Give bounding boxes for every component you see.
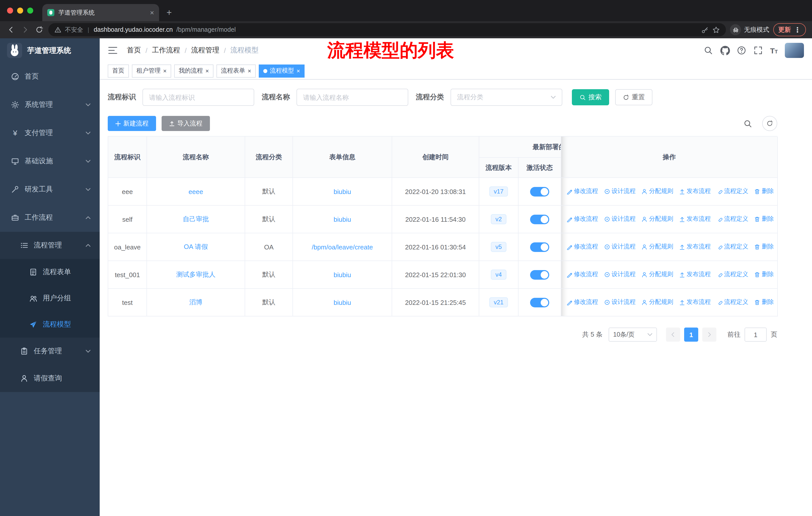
- action-assign-rule[interactable]: 分配规则: [642, 243, 673, 251]
- process-category-select[interactable]: 流程分类: [451, 89, 562, 106]
- process-name-link[interactable]: eeee: [188, 188, 203, 195]
- sidebar-item-process-form[interactable]: 流程表单: [0, 259, 100, 285]
- tag-tenant-management[interactable]: 租户管理×: [132, 64, 171, 77]
- toggle-search-icon[interactable]: [740, 116, 755, 131]
- back-button[interactable]: [6, 25, 16, 35]
- action-edit-process[interactable]: 修改流程: [566, 187, 598, 196]
- action-edit-process[interactable]: 修改流程: [566, 215, 598, 223]
- form-info-link[interactable]: biubiu: [334, 215, 351, 223]
- browser-menu-icon[interactable]: ⋮: [794, 26, 801, 34]
- bookmark-star-icon[interactable]: [712, 26, 720, 33]
- active-toggle[interactable]: [530, 187, 549, 196]
- browser-update-button[interactable]: 更新 ⋮: [773, 23, 806, 36]
- new-tab-button[interactable]: +: [162, 5, 176, 20]
- action-process-definition[interactable]: 流程定义: [717, 187, 748, 196]
- search-icon[interactable]: [703, 46, 713, 55]
- sidebar-item-workflow[interactable]: 工作流程: [0, 203, 100, 232]
- reload-button[interactable]: [34, 25, 44, 35]
- sidebar-item-process-management[interactable]: 流程管理: [0, 232, 100, 259]
- action-assign-rule[interactable]: 分配规则: [642, 298, 673, 307]
- import-process-button[interactable]: 导入流程: [162, 116, 210, 131]
- process-name-input[interactable]: [296, 89, 408, 106]
- help-icon[interactable]: [737, 46, 746, 55]
- process-id-input[interactable]: [142, 89, 254, 106]
- action-publish-process[interactable]: 发布流程: [679, 187, 711, 196]
- action-assign-rule[interactable]: 分配规则: [642, 187, 673, 196]
- address-bar[interactable]: 不安全 | dashboard.yudao.iocoder.cn /bpm/ma…: [48, 23, 726, 36]
- action-delete[interactable]: 删除: [754, 187, 774, 196]
- breadcrumb-item-process-management[interactable]: 流程管理: [191, 46, 220, 55]
- action-delete[interactable]: 删除: [754, 243, 774, 251]
- password-key-icon[interactable]: [701, 26, 709, 33]
- sidebar-item-infrastructure[interactable]: 基础设施: [0, 147, 100, 175]
- sidebar-item-payment[interactable]: ¥ 支付管理: [0, 119, 100, 147]
- action-design-process[interactable]: 设计流程: [604, 298, 636, 307]
- action-assign-rule[interactable]: 分配规则: [642, 215, 673, 223]
- action-assign-rule[interactable]: 分配规则: [642, 270, 673, 279]
- sidebar-item-user-group[interactable]: 用户分组: [0, 285, 100, 311]
- minimize-window-button[interactable]: [17, 7, 23, 13]
- action-publish-process[interactable]: 发布流程: [679, 298, 711, 307]
- browser-tab[interactable]: 芋道管理系统 ×: [42, 4, 159, 21]
- active-toggle[interactable]: [530, 214, 549, 224]
- form-info-link[interactable]: biubiu: [334, 299, 351, 306]
- action-process-definition[interactable]: 流程定义: [717, 215, 748, 223]
- user-avatar[interactable]: [785, 43, 804, 58]
- sidebar-item-task-management[interactable]: 任务管理: [0, 337, 100, 365]
- action-publish-process[interactable]: 发布流程: [679, 215, 711, 223]
- refresh-button[interactable]: [762, 116, 777, 131]
- prev-page-button[interactable]: [666, 328, 680, 342]
- next-page-button[interactable]: [702, 328, 716, 342]
- sidebar-toggle-icon[interactable]: [108, 45, 118, 55]
- tag-close-icon[interactable]: ×: [205, 68, 209, 74]
- tag-process-model[interactable]: 流程模型×: [259, 64, 304, 77]
- breadcrumb-item-workflow[interactable]: 工作流程: [152, 46, 180, 55]
- sidebar-item-dev-tools[interactable]: 研发工具: [0, 175, 100, 203]
- tab-close-icon[interactable]: ×: [150, 9, 154, 16]
- sidebar-item-leave-query[interactable]: 请假查询: [0, 365, 100, 392]
- action-design-process[interactable]: 设计流程: [604, 187, 636, 196]
- sidebar-item-system[interactable]: 系统管理: [0, 91, 100, 119]
- active-toggle[interactable]: [530, 298, 549, 307]
- action-design-process[interactable]: 设计流程: [604, 215, 636, 223]
- process-name-link[interactable]: OA 请假: [184, 243, 208, 250]
- forward-button[interactable]: [20, 25, 30, 35]
- fullscreen-icon[interactable]: [753, 46, 763, 55]
- action-publish-process[interactable]: 发布流程: [679, 243, 711, 251]
- form-info-link[interactable]: /bpm/oa/leave/create: [312, 243, 373, 251]
- tag-close-icon[interactable]: ×: [248, 68, 251, 74]
- action-design-process[interactable]: 设计流程: [604, 243, 636, 251]
- action-publish-process[interactable]: 发布流程: [679, 270, 711, 279]
- goto-page-input[interactable]: [745, 328, 767, 342]
- github-icon[interactable]: [720, 46, 730, 55]
- tag-process-form[interactable]: 流程表单×: [216, 64, 256, 77]
- action-process-definition[interactable]: 流程定义: [717, 243, 748, 251]
- process-name-link[interactable]: 滔博: [189, 298, 202, 306]
- close-window-button[interactable]: [7, 7, 13, 13]
- reset-button[interactable]: 重置: [615, 89, 652, 105]
- action-edit-process[interactable]: 修改流程: [566, 298, 598, 307]
- tag-close-icon[interactable]: ×: [296, 68, 300, 74]
- action-design-process[interactable]: 设计流程: [604, 270, 636, 279]
- tag-my-process[interactable]: 我的流程×: [174, 64, 213, 77]
- sidebar-item-process-model[interactable]: 流程模型: [0, 311, 100, 337]
- breadcrumb-item-home[interactable]: 首页: [127, 46, 141, 55]
- action-delete[interactable]: 删除: [754, 298, 774, 307]
- maximize-window-button[interactable]: [27, 7, 33, 13]
- create-process-button[interactable]: 新建流程: [108, 116, 156, 131]
- action-edit-process[interactable]: 修改流程: [566, 270, 598, 279]
- action-process-definition[interactable]: 流程定义: [717, 270, 748, 279]
- tag-home[interactable]: 首页: [108, 64, 129, 77]
- form-info-link[interactable]: biubiu: [334, 271, 351, 278]
- tag-close-icon[interactable]: ×: [163, 68, 167, 74]
- search-button[interactable]: 搜索: [572, 89, 609, 105]
- process-name-link[interactable]: 自己审批: [183, 215, 209, 223]
- action-edit-process[interactable]: 修改流程: [566, 243, 598, 251]
- active-toggle[interactable]: [530, 270, 549, 279]
- active-toggle[interactable]: [530, 242, 549, 252]
- font-size-icon[interactable]: TT: [770, 47, 778, 54]
- sidebar-item-home[interactable]: 首页: [0, 62, 100, 91]
- action-process-definition[interactable]: 流程定义: [717, 298, 748, 307]
- action-delete[interactable]: 删除: [754, 270, 774, 279]
- action-delete[interactable]: 删除: [754, 215, 774, 223]
